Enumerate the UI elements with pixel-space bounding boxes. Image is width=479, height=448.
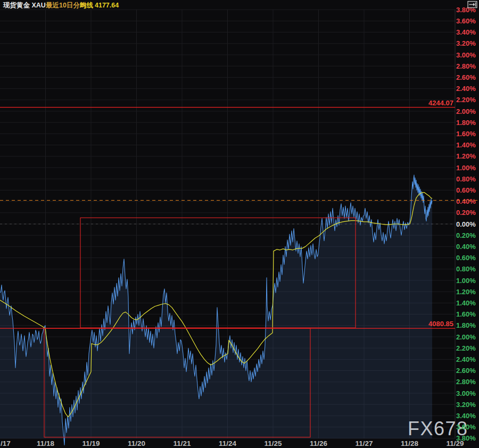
date-label: 11/25: [264, 439, 282, 447]
y-tick-label: 3.20%: [456, 39, 476, 47]
date-label: 11/20: [128, 439, 145, 447]
y-tick-label: 0.20%: [456, 231, 476, 239]
ma-legend-label: 均线: [80, 1, 93, 10]
y-tick-label: 1.60%: [456, 310, 476, 318]
y-tick-label: 2.00%: [456, 107, 476, 115]
date-label: 11/18: [37, 439, 55, 447]
y-tick-label: 2.80%: [456, 378, 476, 386]
y-tick-label: 0.60%: [456, 186, 476, 194]
y-tick-label: 3.40%: [456, 28, 476, 36]
y-tick-label: 3.20%: [456, 401, 476, 409]
y-tick-label: 0.40%: [456, 243, 476, 251]
price-level-label: 4244.07: [428, 99, 453, 107]
y-tick-label: 2.40%: [456, 355, 476, 363]
date-label: 11/24: [219, 439, 237, 447]
y-tick-label: 3.00%: [456, 389, 476, 397]
x-axis-labels: /1711/1811/1911/2011/2111/2411/2511/2611…: [1, 439, 464, 447]
y-tick-label: 1.40%: [456, 141, 476, 149]
y-tick-label: 1.80%: [456, 321, 476, 329]
y-tick-label: 0.40%: [456, 197, 476, 205]
y-tick-label: 1.20%: [456, 288, 476, 296]
last-price-value: 4177.64: [95, 1, 119, 10]
date-label: 11/27: [355, 439, 373, 447]
y-tick-label: 3.60%: [456, 17, 476, 25]
y-tick-label: 2.00%: [456, 333, 476, 341]
y-tick-label: 0.80%: [456, 265, 476, 273]
y-tick-label: 0.80%: [456, 175, 476, 183]
y-tick-label: 2.20%: [456, 96, 476, 104]
y-tick-label: 3.40%: [456, 412, 476, 420]
y-tick-label: 2.60%: [456, 73, 476, 81]
y-tick-label: 0.00%: [456, 220, 476, 228]
y-tick-label: 1.80%: [456, 119, 476, 127]
y-tick-label: 3.00%: [456, 51, 476, 59]
y-tick-label: 1.20%: [456, 152, 476, 160]
y-tick-label: 1.00%: [456, 277, 476, 285]
price-level-label: 4080.85: [428, 320, 453, 328]
y-tick-label: 2.40%: [456, 85, 476, 93]
y-tick-label: 3.60%: [456, 423, 476, 431]
y-tick-label: 2.80%: [456, 62, 476, 70]
y-tick-label: 0.20%: [456, 209, 476, 217]
date-label: 11/28: [401, 439, 419, 447]
chart-window: 4244.074080.85FX6783.80%3.60%3.40%3.20%3…: [0, 0, 479, 448]
instrument-name: 现货黄金 XAU: [3, 1, 46, 10]
pop-out-icon[interactable]: [467, 1, 478, 9]
y-tick-label: 0.60%: [456, 254, 476, 262]
y-tick-label: 2.60%: [456, 367, 476, 375]
chart-canvas[interactable]: 4244.074080.85FX6783.80%3.60%3.40%3.20%3…: [0, 0, 479, 448]
y-tick-label: 2.20%: [456, 344, 476, 352]
date-label: 11/19: [82, 439, 100, 447]
date-label: 11/26: [310, 439, 328, 447]
date-label: /17: [1, 439, 11, 447]
date-label: 11/21: [173, 439, 191, 447]
y-tick-label: 1.40%: [456, 299, 476, 307]
y-axis-labels: 3.80%3.60%3.40%3.20%3.00%2.80%2.60%2.40%…: [456, 6, 476, 443]
y-tick-label: 1.00%: [456, 164, 476, 172]
y-tick-label: 1.60%: [456, 130, 476, 138]
date-label: 11/29: [446, 439, 464, 447]
